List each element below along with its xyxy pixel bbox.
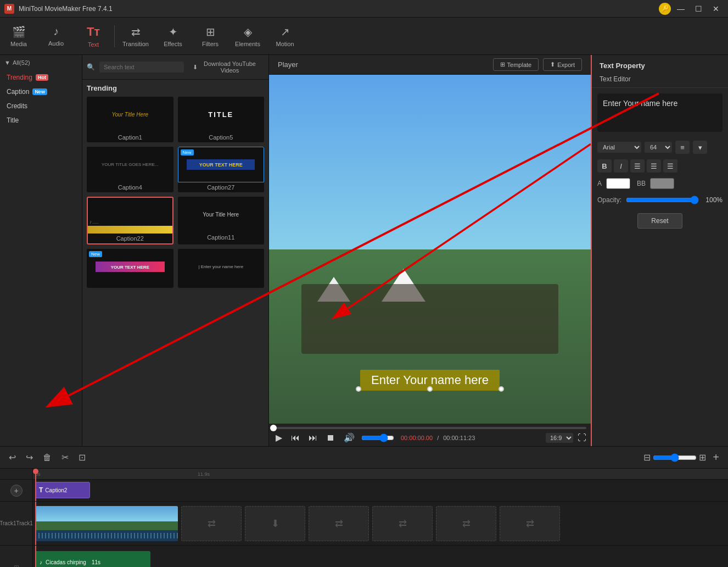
empty-slot-4[interactable]: ⇄ xyxy=(372,506,433,541)
export-button[interactable]: ⬆ Export xyxy=(543,58,582,71)
add-track-inline-button[interactable]: + xyxy=(10,485,23,497)
waveform-bars xyxy=(35,533,178,538)
delete-button[interactable]: 🗑 xyxy=(40,451,55,465)
scene-sky xyxy=(269,75,591,249)
empty-slot-2[interactable]: ⬇ xyxy=(245,506,305,541)
app-icon: M xyxy=(4,4,14,14)
caption-t-icon: T xyxy=(39,486,43,494)
align-center-button[interactable]: ☰ xyxy=(647,159,661,173)
selection-handles xyxy=(356,386,504,392)
search-icon: 🔍 xyxy=(87,63,95,71)
stop-button[interactable]: ⏹ xyxy=(324,432,337,444)
captionenter-preview: | Enter your name here xyxy=(178,249,265,285)
close-button[interactable]: ✕ xyxy=(708,3,724,15)
text-editor-area[interactable]: Enter Your name here xyxy=(597,93,723,132)
toolbar-media[interactable]: 🎬 Media xyxy=(0,18,37,55)
toolbar-text[interactable]: Tт Text xyxy=(75,18,112,55)
sidebar-item-trending[interactable]: Trending Hot xyxy=(0,70,82,85)
video-clip[interactable] xyxy=(35,506,178,541)
template-label: Template xyxy=(507,62,532,68)
music-clip-name: Cicadas chirping xyxy=(46,559,86,565)
caption-track: T Caption2 xyxy=(33,480,728,502)
text-color-swatch[interactable] xyxy=(606,178,630,189)
fullscreen-button[interactable]: ⛶ xyxy=(578,433,586,443)
empty-slot-5[interactable]: ⇄ xyxy=(436,506,496,541)
toolbar-elements[interactable]: ◈ Elements xyxy=(229,18,266,55)
caption1-label: Caption1 xyxy=(87,132,173,142)
sidebar-item-caption[interactable]: Caption New xyxy=(0,85,82,99)
align-right-button[interactable]: ☰ xyxy=(663,159,677,173)
list-format-button[interactable]: ≡ xyxy=(675,141,690,154)
next-frame-button[interactable]: ⏭ xyxy=(306,432,320,444)
empty-slot-5-icon: ⇄ xyxy=(462,518,471,530)
minimize-button[interactable]: — xyxy=(673,3,688,15)
timeline-content: + Track1 Track1 ⊞ ♪ 0s 11.9s xyxy=(0,469,728,567)
volume-slider[interactable] xyxy=(361,433,394,442)
dropdown-format-button[interactable]: ▾ xyxy=(693,141,707,154)
list-item[interactable]: Your Title Here Caption1 xyxy=(87,97,173,142)
caption27-bg: YOUR TEXT HERE xyxy=(187,159,255,170)
empty-slot-3[interactable]: ⇄ xyxy=(309,506,369,541)
music-clip[interactable]: ♪ Cicadas chirping 11s xyxy=(35,551,150,567)
search-input[interactable] xyxy=(99,62,184,73)
toolbar-effects[interactable]: ✦ Effects xyxy=(154,18,192,55)
zoom-out-icon: ⊟ xyxy=(643,452,651,463)
music-clip-duration: 11s xyxy=(92,559,100,565)
toolbar-audio[interactable]: ♪ Audio xyxy=(37,18,75,55)
font-family-select[interactable]: Arial Times New Roman Helvetica xyxy=(597,142,641,153)
template-icon: ⊞ xyxy=(500,61,505,68)
sidebar-item-title[interactable]: Title xyxy=(0,113,82,127)
list-item[interactable]: TITLE Caption5 xyxy=(178,97,265,142)
template-button[interactable]: ⊞ Template xyxy=(493,58,539,71)
list-item[interactable]: New YOUR TEXT HERE Caption27 xyxy=(178,147,265,192)
empty-slot-1[interactable]: ⇄ xyxy=(181,506,242,541)
download-youtube-button[interactable]: ⬇ Download YouTube Videos xyxy=(188,58,264,76)
undo-button[interactable]: ↩ xyxy=(5,450,19,465)
list-item[interactable]: | Enter your name here xyxy=(178,249,265,288)
sidebar-item-credits[interactable]: Credits xyxy=(0,99,82,113)
progress-bar[interactable] xyxy=(273,427,586,429)
toolbar-transition[interactable]: ⇄ Transition xyxy=(117,18,154,55)
caption22-bar xyxy=(88,226,172,234)
ruler-mark-1: 11.9s xyxy=(198,471,210,477)
caption27-label: Caption27 xyxy=(178,182,265,192)
player-title: Player xyxy=(278,60,298,69)
zoom-controls: ⊟ ⊞ xyxy=(643,452,706,463)
empty-slot-4-icon: ⇄ xyxy=(399,518,407,530)
reset-button[interactable]: Reset xyxy=(637,213,682,229)
list-item[interactable]: Your Title Here Caption11 xyxy=(178,197,265,244)
stroke-color-swatch[interactable] xyxy=(650,178,674,189)
playhead-video xyxy=(35,502,36,545)
zoom-slider[interactable] xyxy=(653,453,697,462)
maximize-button[interactable]: ☐ xyxy=(691,3,706,15)
align-left-button[interactable]: ☰ xyxy=(630,159,645,173)
text-format-row: Arial Times New Roman Helvetica 64 12 24… xyxy=(592,137,728,157)
audio-icon: ♪ xyxy=(53,25,59,38)
prev-frame-button[interactable]: ⏮ xyxy=(289,432,302,444)
empty-slot-6[interactable]: ⇄ xyxy=(500,506,560,541)
right-panel: Text Property Text Editor Enter Your nam… xyxy=(591,55,728,446)
media-library: 🔍 ⬇ Download YouTube Videos Trending You… xyxy=(82,55,269,446)
ruler-spacer xyxy=(0,469,32,480)
list-item[interactable]: New YOUR TEXT HERE xyxy=(87,249,173,288)
caption11-preview: Your Title Here xyxy=(178,197,265,232)
bold-button[interactable]: B xyxy=(597,159,612,173)
progress-thumb xyxy=(270,425,277,431)
play-button[interactable]: ▶ xyxy=(273,431,284,444)
opacity-slider[interactable] xyxy=(626,196,699,204)
ratio-select[interactable]: 16:9 9:16 1:1 4:3 xyxy=(546,433,573,443)
toolbar-filters[interactable]: ⊞ Filters xyxy=(192,18,229,55)
caption-clip[interactable]: T Caption2 xyxy=(35,482,90,498)
player-video: Enter Your name here xyxy=(269,75,591,424)
overlay-text-content: Enter Your name here xyxy=(371,373,489,387)
font-size-select[interactable]: 64 12 24 36 48 72 xyxy=(645,142,672,153)
crop-button[interactable]: ⊡ xyxy=(75,450,89,465)
cut-button[interactable]: ✂ xyxy=(58,450,72,465)
list-item[interactable]: YOUR TITLE GOES HERE... Caption4 xyxy=(87,147,173,192)
redo-button[interactable]: ↪ xyxy=(23,450,36,465)
add-track-button[interactable]: + xyxy=(709,449,723,466)
italic-button[interactable]: I xyxy=(614,159,628,173)
toolbar-motion[interactable]: ↗ Motion xyxy=(266,18,304,55)
volume-button[interactable]: 🔊 xyxy=(341,431,357,444)
list-item[interactable]: / ..... Caption22 xyxy=(87,197,173,244)
